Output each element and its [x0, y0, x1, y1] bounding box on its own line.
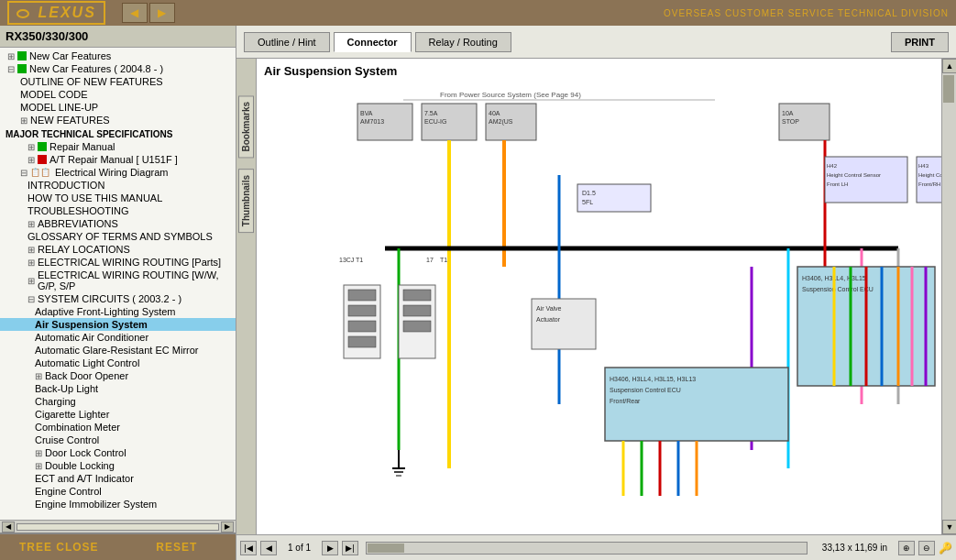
svg-text:BVA: BVA [360, 110, 373, 116]
nav-forward-button[interactable]: ▶ [149, 3, 175, 23]
tab-relay[interactable]: Relay / Routing [415, 32, 511, 52]
svg-rect-44 [348, 290, 376, 301]
sidebar-scroll-right[interactable]: ▶ [221, 522, 234, 533]
svg-text:Front/RH: Front/RH [918, 181, 940, 187]
plus-icon-10: ⊞ [35, 448, 42, 458]
sidebar-item-double-locking[interactable]: ⊞ Double Locking [0, 459, 236, 472]
svg-text:Height Control Sensor: Height Control Sensor [918, 172, 941, 178]
svg-text:Actuator: Actuator [536, 316, 561, 323]
diagram-title: Air Suspension System [257, 59, 941, 83]
svg-text:T1: T1 [440, 257, 447, 263]
svg-text:40A: 40A [489, 110, 500, 116]
scroll-down-button[interactable]: ▼ [942, 520, 956, 534]
key-icon: 🔑 [939, 542, 952, 555]
tab-outline[interactable]: Outline / Hint [244, 32, 330, 52]
tree-close-button[interactable]: TREE CLOSE [0, 534, 118, 560]
sidebar-item-major-tech[interactable]: MAJOR TECHNICAL SPECIFICATIONS [0, 128, 236, 140]
plus-icon-3: ⊞ [27, 142, 35, 152]
sidebar-item-model-lineup[interactable]: MODEL LINE-UP [0, 101, 236, 114]
scroll-next-button[interactable]: ▶ [322, 541, 338, 555]
sidebar-item-cigarette[interactable]: Cigarette Lighter [0, 408, 236, 421]
sidebar-item-new-features[interactable]: ⊞ NEW FEATURES [0, 114, 236, 126]
sidebar-scroll-left[interactable]: ◀ [2, 522, 15, 533]
sidebar-item-air-suspension[interactable]: Air Suspension System [0, 318, 236, 331]
sidebar-item-backup-light[interactable]: Back-Up Light [0, 382, 236, 395]
thumbnails-label[interactable]: Thumbnails [238, 169, 254, 233]
sidebar-item-auto-light[interactable]: Automatic Light Control [0, 357, 236, 369]
sidebar-item-new-car-features[interactable]: ⊞ New Car Features [0, 49, 236, 62]
sidebar-scrollbar: ◀ ▶ [0, 520, 236, 533]
zoom-out-button[interactable]: ⊖ [918, 541, 935, 555]
svg-rect-51 [403, 321, 431, 332]
minus-icon-2: ⊟ [20, 168, 27, 178]
sidebar-item-adaptive-lighting[interactable]: Adaptive Front-Lighting System [0, 305, 236, 318]
sidebar-item-new-car-features-2004[interactable]: ⊟ New Car Features ( 2004.8 - ) [0, 62, 236, 75]
sidebar-item-abbreviations[interactable]: ⊞ ABBREVIATIONS [0, 217, 236, 230]
bookmarks-label[interactable]: Bookmarks [238, 95, 254, 158]
nav-back-button[interactable]: ◀ [122, 3, 148, 23]
sidebar-item-ect[interactable]: ECT and A/T Indicator [0, 472, 236, 485]
content-area: Outline / Hint Connector Relay / Routing… [236, 26, 956, 560]
scroll-up-button[interactable]: ▲ [942, 59, 956, 73]
sidebar-item-how-to-use[interactable]: HOW TO USE THIS MANUAL [0, 192, 236, 204]
svg-text:7.5A: 7.5A [424, 110, 438, 116]
sidebar-item-engine-immobilizer[interactable]: Engine Immobilizer System [0, 498, 236, 511]
color-box-repair [38, 142, 47, 151]
sidebar-item-ewd[interactable]: ⊟ 📋📋 Electrical Wiring Diagram [0, 166, 236, 179]
sidebar-content: ⊞ New Car Features ⊟ New Car Features ( … [0, 48, 236, 520]
sidebar-item-cruise[interactable]: Cruise Control [0, 434, 236, 446]
scroll-last-button[interactable]: ▶| [342, 541, 358, 555]
sidebar-item-relay-locations[interactable]: ⊞ RELAY LOCATIONS [0, 243, 236, 256]
scroll-track-vertical[interactable] [942, 73, 956, 520]
right-scrollbar: ▲ ▼ [941, 59, 956, 534]
sidebar-item-outline[interactable]: OUTLINE OF NEW FEATURES [0, 75, 236, 88]
svg-text:Height Control Sensor: Height Control Sensor [827, 172, 881, 178]
svg-text:10A: 10A [782, 110, 794, 116]
svg-text:From Power Source System (See : From Power Source System (See Page 94) [440, 91, 581, 99]
svg-text:ECU-IG: ECU-IG [424, 118, 447, 125]
sidebar-item-at-repair[interactable]: ⊞ A/T Repair Manual [ U151F ] [0, 153, 236, 166]
reset-button[interactable]: RESET [118, 534, 236, 560]
scroll-first-button[interactable]: |◀ [240, 541, 257, 555]
sidebar-item-back-door[interactable]: ⊞ Back Door Opener [0, 369, 236, 382]
plus-icon-11: ⊞ [35, 461, 42, 471]
dimensions-info: 33,13 x 11,69 in [815, 543, 895, 553]
sidebar-item-ew-routing-ww[interactable]: ⊞ ELECTRICAL WIRING ROUTING [W/W, G/P, S… [0, 269, 236, 292]
zoom-in-button[interactable]: ⊕ [898, 541, 915, 555]
sidebar-item-charging[interactable]: Charging [0, 395, 236, 408]
svg-rect-50 [403, 305, 431, 316]
diagram-footer: |◀ ◀ 1 of 1 ▶ ▶| 33,13 x 11,69 in ⊕ ⊖ 🔑 [236, 534, 956, 560]
svg-text:H42: H42 [827, 163, 838, 169]
sidebar: RX350/330/300 ⊞ New Car Features ⊟ New C… [0, 26, 236, 560]
header: LEXUS ◀ ▶ OVERSEAS CUSTOMER SERVICE TECH… [0, 0, 956, 26]
main-layout: RX350/330/300 ⊞ New Car Features ⊟ New C… [0, 26, 956, 560]
sidebar-item-ew-routing-parts[interactable]: ⊞ ELECTRICAL WIRING ROUTING [Parts] [0, 256, 236, 269]
plus-icon-7: ⊞ [27, 258, 35, 268]
sidebar-item-troubleshooting[interactable]: TROUBLESHOOTING [0, 204, 236, 217]
scroll-track-horizontal[interactable] [366, 542, 808, 555]
sidebar-item-door-lock[interactable]: ⊞ Door Lock Control [0, 446, 236, 459]
color-box-green2 [17, 64, 27, 73]
bookmarks-panel: Bookmarks Thumbnails [236, 59, 257, 534]
svg-text:H3406, H3LL4, H3L15, H3L13: H3406, H3LL4, H3L15, H3L13 [610, 376, 696, 382]
color-box-at [38, 155, 47, 164]
sidebar-item-repair-manual[interactable]: ⊞ Repair Manual [0, 140, 236, 153]
sidebar-item-model-code[interactable]: MODEL CODE [0, 88, 236, 101]
sidebar-item-engine-control[interactable]: Engine Control [0, 485, 236, 498]
print-button[interactable]: PRINT [891, 32, 949, 52]
sidebar-item-system-circuits[interactable]: ⊟ SYSTEM CIRCUITS ( 2003.2 - ) [0, 292, 236, 305]
sidebar-item-combo-meter[interactable]: Combination Meter [0, 421, 236, 434]
tab-connector[interactable]: Connector [334, 32, 412, 52]
scroll-prev-button[interactable]: ◀ [260, 541, 277, 555]
plus-icon-2: ⊞ [20, 115, 27, 126]
sidebar-item-auto-conditioner[interactable]: Automatic Air Conditioner [0, 331, 236, 344]
wiring-diagram[interactable]: Air Suspension System From Power Source … [257, 59, 941, 534]
scroll-thumb-horizontal [368, 544, 404, 553]
color-box-green [17, 51, 27, 60]
plus-icon-8: ⊞ [27, 276, 35, 286]
toolbar: Outline / Hint Connector Relay / Routing… [236, 26, 956, 59]
sidebar-item-introduction[interactable]: INTRODUCTION [0, 179, 236, 192]
sidebar-item-auto-glare[interactable]: Automatic Glare-Resistant EC Mirror [0, 344, 236, 357]
svg-text:Air Valve: Air Valve [536, 305, 562, 312]
sidebar-item-glossary[interactable]: GLOSSARY OF TERMS AND SYMBOLS [0, 230, 236, 243]
